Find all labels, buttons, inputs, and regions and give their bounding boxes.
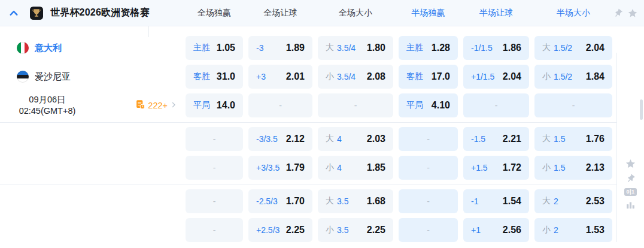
match-body: 意大利 主胜1.05-31.89大3.5/41.80主胜1.28-1/1.51.… [0, 26, 644, 242]
odds-selection: 平局 [406, 100, 423, 111]
odds-value: 2.53 [586, 196, 604, 207]
handicap-line: +3/3.5 [256, 163, 280, 173]
odds-cell[interactable]: -3/3.52.12 [248, 127, 312, 151]
odds-cell[interactable]: +12.56 [463, 218, 529, 242]
odds-cell[interactable]: 大3.5/41.80 [318, 36, 393, 60]
odds-cell[interactable]: -1.52.21 [463, 127, 529, 151]
no-odds-dash: - [213, 225, 216, 235]
odds-selection: 平局 [193, 100, 210, 111]
odds-cell[interactable]: 小21.53 [534, 218, 612, 242]
away-team[interactable]: 爱沙尼亚 [0, 65, 186, 89]
handicap-line: -3/3.5 [256, 134, 278, 144]
handicap-line: +1 [471, 225, 481, 235]
odds-cell[interactable]: +1/1.52.04 [463, 65, 529, 89]
handicap-line: -1 [471, 196, 478, 206]
odds-cell[interactable]: 大42.03 [318, 127, 393, 151]
odds-cell[interactable]: 小3.52.25 [318, 218, 393, 242]
market-column-header[interactable]: 全场独赢 [186, 8, 243, 19]
odds-cell[interactable]: -1/1.51.86 [463, 36, 529, 60]
odds-cell[interactable]: 大1.5/22.04 [534, 36, 612, 60]
over-under-line: 1.5 [554, 134, 565, 144]
odds-cell[interactable]: 客胜31.0 [186, 65, 243, 89]
odds-cell[interactable]: 小1.52.13 [534, 156, 612, 180]
over-under-prefix: 小 [542, 71, 551, 82]
empty-odds-cell: - [186, 189, 243, 213]
odds-cell[interactable]: 主胜1.05 [186, 36, 243, 60]
odds-cell[interactable]: +2.5/32.25 [248, 218, 312, 242]
over-under-line: 3.5/4 [337, 43, 356, 53]
favorite-star-icon[interactable] [625, 158, 636, 170]
odds-cell[interactable]: +1.51.72 [463, 156, 529, 180]
odds-value: 4.10 [432, 100, 450, 111]
odds-label: 平局 [193, 100, 210, 111]
odds-cell[interactable]: 客胜17.0 [399, 65, 458, 89]
handicap-line: -1.5 [471, 134, 485, 144]
collapse-chevron-icon[interactable] [8, 8, 19, 19]
odds-cell[interactable]: +3/3.51.79 [248, 156, 312, 180]
away-team-name: 爱沙尼亚 [35, 71, 71, 83]
empty-odds-cell: - [248, 93, 312, 117]
alt-odds-cells: -+3/3.51.79小41.85-+1.51.72小1.52.13 [186, 156, 612, 180]
market-column-header[interactable]: 半场让球 [463, 8, 529, 19]
handicap-line: +1.5 [471, 163, 488, 173]
odds-value: 2.25 [367, 225, 385, 235]
odds-value: 1.05 [217, 43, 235, 53]
over-under-prefix: 小 [326, 162, 334, 173]
pin-icon[interactable] [625, 174, 636, 184]
odds-cell[interactable]: -11.54 [463, 189, 529, 213]
favorite-star-icon[interactable] [627, 8, 638, 19]
odds-value: 2.08 [367, 71, 385, 82]
pin-icon[interactable] [613, 8, 623, 19]
alt-line-row: --3/3.52.12大42.03--1.52.21大1.51.76 [0, 127, 644, 151]
score-toggle-icon[interactable]: 0|1 [624, 188, 636, 196]
over-under-prefix: 大 [326, 196, 334, 207]
odds-selection: 小3.5/4 [326, 71, 356, 82]
market-column-header[interactable]: 半场大小 [534, 8, 612, 19]
odds-cell[interactable]: 平局4.10 [399, 93, 458, 117]
stats-bars-icon[interactable] [625, 200, 636, 210]
empty-odds-cell: - [399, 218, 458, 242]
odds-board: 世界杯2026欧洲资格赛 全场独赢全场让球全场大小半场独赢半场让球半场大小 意大… [0, 0, 644, 248]
market-column-header[interactable]: 全场让球 [248, 8, 312, 19]
odds-value: 1.28 [432, 43, 450, 53]
home-team[interactable]: 意大利 [0, 36, 186, 60]
odds-cell[interactable]: 小1.5/21.84 [534, 65, 612, 89]
odds-selection: 客胜 [193, 71, 210, 82]
market-column-header[interactable]: 半场独赢 [399, 8, 458, 19]
odds-value: 2.56 [503, 225, 521, 235]
odds-selection: 小3.5 [326, 225, 348, 235]
odds-cell[interactable]: +32.01 [248, 65, 312, 89]
odds-cell[interactable]: 大3.51.68 [318, 189, 393, 213]
no-odds-dash: - [427, 134, 430, 144]
odds-cell[interactable]: 平局14.0 [186, 93, 243, 117]
over-under-line: 1.5/2 [554, 72, 572, 81]
odds-selection: -2.5/3 [256, 196, 278, 206]
market-column-header[interactable]: 全场大小 [318, 8, 393, 19]
no-odds-dash: - [213, 134, 216, 144]
odds-selection: +2.5/3 [256, 225, 280, 235]
odds-label: 平局 [406, 100, 423, 111]
odds-value: 2.01 [286, 71, 305, 82]
handicap-line: +1/1.5 [471, 72, 494, 81]
odds-cell[interactable]: -2.5/31.70 [248, 189, 312, 213]
odds-cell[interactable]: -31.89 [248, 36, 312, 60]
match-meta: 09月06日 02:45(GMT+8) 222+ [0, 93, 186, 117]
odds-selection: +3 [256, 72, 266, 81]
odds-cell[interactable]: 主胜1.28 [399, 36, 458, 60]
odds-selection: 大1.5/2 [542, 43, 572, 53]
alt-odds-cells: --2.5/31.70大3.51.68--11.54大22.53 [186, 189, 612, 213]
odds-cell[interactable]: 小3.5/42.08 [318, 65, 393, 89]
over-under-prefix: 大 [326, 43, 334, 53]
scrollbar-thumb[interactable] [640, 99, 643, 120]
odds-cell[interactable]: 小41.85 [318, 156, 393, 180]
odds-value: 2.04 [503, 71, 521, 82]
more-markets-link[interactable]: 222+ [135, 99, 177, 112]
no-odds-dash: - [279, 101, 282, 110]
handicap-line: +3 [256, 72, 266, 81]
home-odds-cells: 主胜1.05-31.89大3.5/41.80主胜1.28-1/1.51.86大1… [186, 36, 612, 60]
odds-rows: 意大利 主胜1.05-31.89大3.5/41.80主胜1.28-1/1.51.… [0, 26, 644, 242]
odds-cell[interactable]: 大22.53 [534, 189, 612, 213]
odds-value: 1.68 [367, 196, 385, 207]
odds-selection: 客胜 [406, 71, 423, 82]
odds-cell[interactable]: 大1.51.76 [534, 127, 612, 151]
